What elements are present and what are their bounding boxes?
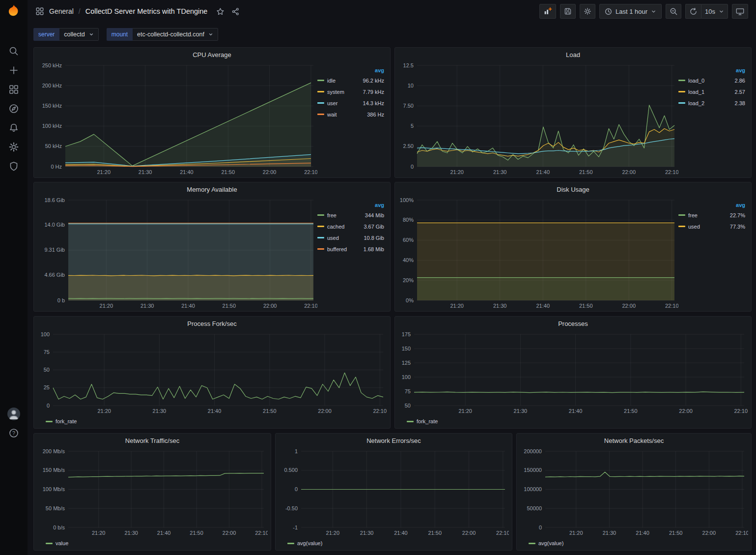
svg-text:175: 175	[402, 331, 411, 337]
submenu-variables: server collectd mount etc-collectd-colle…	[33, 28, 218, 42]
dashboard-settings-button[interactable]	[580, 4, 595, 19]
panel-header[interactable]: CPU Average	[34, 48, 390, 61]
network-traffic-chart: 0 b/s50 Mb/s100 Mb/s150 Mb/s200 Mb/s21:2…	[37, 447, 268, 537]
svg-text:0%: 0%	[406, 297, 414, 303]
svg-text:21:50: 21:50	[190, 530, 203, 536]
sidebar-item-help[interactable]: ?	[0, 427, 28, 439]
legend-series-idle[interactable]: idle96.2 kHz	[317, 75, 384, 86]
breadcrumb-folder[interactable]: General	[49, 7, 74, 15]
svg-text:21:40: 21:40	[636, 530, 649, 536]
legend-series-name: fork_rate	[417, 418, 438, 424]
svg-text:21:30: 21:30	[493, 303, 507, 309]
share-icon[interactable]	[231, 7, 240, 16]
legend-series-cached[interactable]: cached3.67 Gib	[317, 221, 384, 232]
panel-title: Network Traffic/sec	[125, 437, 179, 444]
svg-text:50 kHz: 50 kHz	[45, 143, 62, 149]
legend-series-value: 77.3%	[730, 224, 745, 230]
svg-text:22:10: 22:10	[496, 530, 509, 536]
legend-series-load_1[interactable]: load_12.57	[678, 86, 745, 97]
legend-series-value[interactable]: value	[46, 540, 68, 546]
panel-header[interactable]: Network Errors/sec	[276, 434, 512, 447]
grafana-logo[interactable]	[0, 0, 28, 22]
compass-icon	[8, 103, 19, 114]
panel-header[interactable]: Network Packets/sec	[517, 434, 751, 447]
svg-text:200 Mb/s: 200 Mb/s	[43, 448, 65, 454]
memory-available-chart: 0 b4.66 Gib9.31 Gib14.0 Gib18.6 Gib21:20…	[37, 196, 317, 310]
legend-series-fork_rate[interactable]: fork_rate	[407, 418, 438, 424]
panel-header[interactable]: Process Fork/sec	[34, 317, 390, 330]
zoom-out-icon	[670, 7, 677, 15]
refresh-button[interactable]	[685, 4, 701, 19]
panel-header[interactable]: Load	[395, 48, 751, 61]
variable-value-server[interactable]: collectd	[59, 28, 98, 41]
svg-text:150 Mb/s: 150 Mb/s	[43, 467, 65, 473]
processes-legend: fork_rate	[398, 415, 748, 427]
legend-series-value: 96.2 kHz	[363, 78, 384, 84]
star-icon[interactable]	[216, 7, 224, 16]
svg-text:21:20: 21:20	[326, 530, 340, 536]
legend-series-used[interactable]: used77.3%	[678, 221, 745, 232]
sidebar-item-create[interactable]	[0, 64, 28, 76]
legend-series-name: load_0	[688, 78, 704, 84]
side-nav: ?	[0, 0, 28, 555]
cycle-view-button[interactable]	[732, 4, 748, 19]
svg-text:60%: 60%	[403, 237, 414, 243]
chevron-down-icon	[89, 32, 94, 37]
chevron-down-icon	[208, 32, 213, 37]
legend-series-free[interactable]: free22.7%	[678, 209, 745, 221]
legend-series-avg(value)[interactable]: avg(value)	[529, 540, 563, 546]
legend-series-fork_rate[interactable]: fork_rate	[46, 418, 77, 424]
process-fork-legend: fork_rate	[37, 415, 387, 427]
legend-series-avg(value)[interactable]: avg(value)	[287, 540, 322, 546]
panel-header[interactable]: Disk Usage	[395, 182, 751, 196]
panel-header[interactable]: Processes	[395, 317, 751, 330]
legend-series-buffered[interactable]: buffered1.68 Mib	[317, 243, 384, 255]
add-panel-button[interactable]	[539, 4, 556, 19]
legend-series-wait[interactable]: wait386 Hz	[317, 109, 384, 120]
chart-svg: 0 Hz50 kHz100 kHz150 kHz200 kHz250 kHz21…	[37, 61, 317, 176]
chart-svg: 507510012515017521:2021:3021:4021:5022:0…	[398, 330, 748, 415]
sidebar-item-profile[interactable]	[0, 408, 28, 420]
sidebar-item-server-admin[interactable]	[0, 160, 28, 172]
save-dashboard-button[interactable]	[560, 4, 576, 19]
svg-text:22:10: 22:10	[255, 530, 268, 536]
svg-text:20%: 20%	[403, 277, 414, 283]
legend-series-system[interactable]: system7.79 kHz	[317, 86, 384, 97]
sidebar-item-dashboards[interactable]	[0, 84, 28, 95]
svg-text:22:10: 22:10	[304, 303, 317, 309]
save-icon	[564, 7, 572, 15]
svg-text:0.500: 0.500	[284, 467, 298, 473]
chevron-down-icon	[719, 9, 724, 14]
svg-text:9.31 Gib: 9.31 Gib	[44, 247, 65, 253]
legend-series-user[interactable]: user14.3 kHz	[317, 97, 384, 109]
legend-series-value: 2.57	[735, 89, 745, 95]
svg-text:1: 1	[295, 448, 298, 454]
panel-header[interactable]: Memory Available	[34, 182, 390, 196]
sidebar-item-search[interactable]	[0, 45, 28, 57]
network-traffic-legend: value	[37, 537, 268, 549]
sidebar-item-configuration[interactable]	[0, 141, 28, 153]
variable-value-mount[interactable]: etc-collectd-collectd.conf	[133, 28, 218, 41]
legend-series-value: 14.3 kHz	[363, 100, 384, 106]
svg-text:21:30: 21:30	[603, 530, 616, 536]
svg-text:22:10: 22:10	[734, 408, 748, 414]
sidebar-item-alerting[interactable]	[0, 122, 28, 134]
svg-text:21:50: 21:50	[624, 408, 638, 414]
legend-series-used[interactable]: used10.8 Gib	[317, 232, 384, 243]
legend-series-load_2[interactable]: load_22.38	[678, 97, 745, 109]
panel-header[interactable]: Network Traffic/sec	[34, 434, 271, 447]
sidebar-item-explore[interactable]	[0, 103, 28, 115]
legend-series-load_0[interactable]: load_02.86	[678, 75, 745, 86]
memory-available-legend: avgfree344 Mibcached3.67 Gibused10.8 Gib…	[317, 196, 387, 310]
legend-series-value: 2.86	[735, 78, 745, 84]
network-packets-chart: 05000010000015000020000021:2021:3021:402…	[520, 447, 748, 537]
legend-series-free[interactable]: free344 Mib	[317, 209, 384, 221]
svg-text:25: 25	[44, 384, 50, 390]
legend-swatch	[678, 91, 685, 92]
zoom-out-button[interactable]	[666, 4, 681, 19]
time-range-picker[interactable]: Last 1 hour	[599, 4, 662, 19]
svg-text:21:40: 21:40	[208, 408, 222, 414]
legend-series-value: 386 Hz	[367, 112, 384, 117]
variable-label-mount: mount	[107, 28, 133, 41]
refresh-interval-dropdown[interactable]: 10s	[701, 4, 728, 19]
